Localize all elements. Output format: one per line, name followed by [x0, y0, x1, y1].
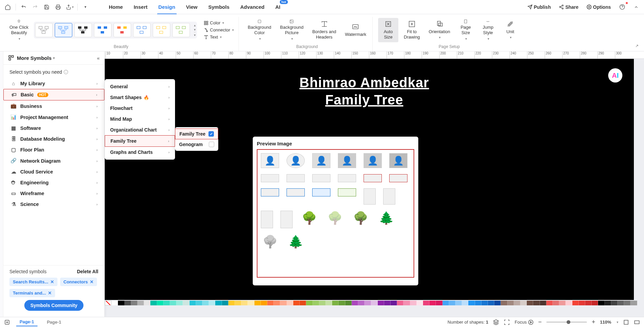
preview-shape[interactable]: 👤: [389, 153, 407, 168]
color-swatch[interactable]: [514, 301, 520, 305]
color-swatch[interactable]: [598, 301, 604, 305]
menu-symbols[interactable]: Symbols: [203, 2, 234, 12]
undo-icon[interactable]: [19, 2, 29, 12]
color-swatch[interactable]: [378, 301, 384, 305]
color-swatch[interactable]: [138, 301, 144, 305]
page-tab[interactable]: Page-1: [16, 318, 38, 326]
fullscreen-icon[interactable]: [504, 319, 510, 325]
zoom-level[interactable]: 110%: [600, 320, 611, 325]
color-swatch[interactable]: [241, 301, 248, 305]
color-swatch[interactable]: [300, 301, 306, 305]
oneclick-beautify-button[interactable]: One Click Beautify▾: [6, 18, 32, 42]
color-swatch[interactable]: [150, 301, 157, 305]
color-swatch[interactable]: [313, 301, 319, 305]
color-swatch[interactable]: [157, 301, 164, 305]
page-add-icon[interactable]: [4, 319, 10, 325]
color-swatch[interactable]: [209, 301, 215, 305]
color-swatch[interactable]: [384, 301, 391, 305]
submenu-organizational-chart[interactable]: Organizational Chart›: [105, 124, 175, 135]
color-swatch[interactable]: [254, 301, 261, 305]
publish-button[interactable]: Publish: [525, 3, 553, 11]
color-swatch[interactable]: [410, 301, 417, 305]
menu-design[interactable]: Design: [154, 2, 180, 12]
save-icon[interactable]: [42, 2, 52, 12]
color-swatch[interactable]: [520, 301, 527, 305]
style-thumb-7[interactable]: [153, 23, 170, 37]
preview-shape[interactable]: 👤: [287, 153, 305, 168]
color-swatch[interactable]: [131, 301, 138, 305]
borders-headers-button[interactable]: Borders and Headers: [309, 18, 340, 42]
fit-drawing-button[interactable]: Fit to Drawing: [400, 18, 423, 42]
preview-shape[interactable]: [261, 211, 273, 228]
color-dropdown[interactable]: Color▾: [202, 20, 236, 26]
color-swatch[interactable]: [624, 301, 630, 305]
connector-dropdown[interactable]: Connector▾: [202, 27, 236, 33]
preview-shape[interactable]: 👤: [261, 153, 279, 168]
collapse-panel-icon[interactable]: «: [97, 55, 100, 61]
print-icon[interactable]: [53, 2, 63, 12]
category-business[interactable]: 💼Business›: [3, 100, 104, 112]
category-project-management[interactable]: 📊Project Management›: [3, 112, 104, 123]
color-swatch[interactable]: [592, 301, 598, 305]
orientation-button[interactable]: Orientation▾: [425, 18, 454, 42]
color-swatch[interactable]: [274, 301, 280, 305]
submenu2-family-tree[interactable]: Family Tree✓: [175, 129, 218, 139]
color-swatch[interactable]: [267, 301, 274, 305]
preview-shape[interactable]: 🌲: [377, 211, 395, 226]
menu-advanced[interactable]: Advanced: [236, 2, 269, 12]
color-swatch[interactable]: [176, 301, 183, 305]
style-thumb-1[interactable]: [35, 23, 53, 37]
color-swatch[interactable]: [572, 301, 579, 305]
color-swatch[interactable]: [403, 301, 410, 305]
color-swatch[interactable]: [144, 301, 150, 305]
preview-shape[interactable]: 👤: [338, 153, 356, 168]
preview-shape[interactable]: [312, 188, 330, 196]
jumpstyle-button[interactable]: Jump Style▾: [478, 18, 498, 42]
color-swatch[interactable]: [462, 301, 468, 305]
color-swatch[interactable]: [170, 301, 176, 305]
style-next-icon[interactable]: ▾: [194, 28, 196, 31]
style-thumb-4[interactable]: [94, 23, 112, 37]
color-swatch[interactable]: [365, 301, 371, 305]
color-swatch[interactable]: [112, 301, 118, 305]
color-swatch[interactable]: [287, 301, 293, 305]
preview-shape[interactable]: [338, 188, 356, 196]
style-thumb-5[interactable]: [114, 23, 131, 37]
preview-shape[interactable]: [312, 174, 330, 182]
bgcolor-button[interactable]: Background Color▾: [244, 18, 274, 42]
preview-shape[interactable]: [338, 174, 356, 182]
color-swatch[interactable]: [501, 301, 507, 305]
color-swatch[interactable]: [125, 301, 131, 305]
color-swatch[interactable]: [371, 301, 377, 305]
preview-shape[interactable]: 👤: [312, 153, 330, 168]
delete-all-button[interactable]: Delete All: [77, 269, 98, 274]
category-my-library[interactable]: ⌂My Library›: [3, 78, 104, 89]
style-thumb-6[interactable]: [133, 23, 151, 37]
style-prev-icon[interactable]: ▴: [194, 23, 196, 27]
color-swatch[interactable]: [235, 301, 241, 305]
preview-shape[interactable]: 🌳: [326, 211, 344, 226]
color-swatch[interactable]: [228, 301, 235, 305]
color-swatch[interactable]: [468, 301, 475, 305]
color-swatch[interactable]: [494, 301, 501, 305]
menu-view[interactable]: View: [181, 2, 202, 12]
color-swatch[interactable]: [319, 301, 326, 305]
style-thumb-3[interactable]: [74, 23, 92, 37]
redo-icon[interactable]: [30, 2, 40, 12]
menu-ai[interactable]: AIhot: [271, 2, 285, 12]
zoom-in-icon[interactable]: +: [592, 319, 595, 326]
color-swatch[interactable]: [423, 301, 429, 305]
color-swatch[interactable]: [293, 301, 300, 305]
bgpicture-button[interactable]: Background Picture▾: [277, 18, 307, 42]
style-more-icon[interactable]: ▾: [194, 32, 196, 37]
color-swatch[interactable]: [397, 301, 403, 305]
color-swatch[interactable]: [261, 301, 267, 305]
preview-shape[interactable]: [364, 188, 376, 205]
color-swatch[interactable]: [190, 301, 196, 305]
color-swatch[interactable]: [352, 301, 358, 305]
color-swatch[interactable]: [475, 301, 481, 305]
watermark-button[interactable]: Watermark: [342, 18, 370, 42]
category-floor-plan[interactable]: ▢Floor Plan›: [3, 144, 104, 155]
color-swatch[interactable]: [618, 301, 624, 305]
qat-customize-icon[interactable]: ▾: [80, 2, 91, 12]
